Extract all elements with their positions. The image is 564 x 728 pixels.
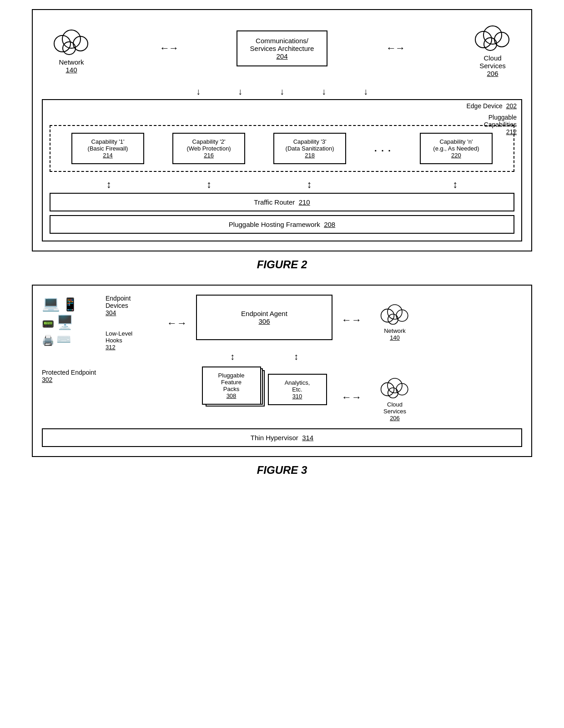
keyboard-icon: ⌨️ [56, 332, 71, 346]
network-cloud-fig2: Network 140 [42, 23, 101, 74]
page: Network 140 ←→ Communications/ Services … [9, 9, 555, 477]
arrows-down-to-caps: ↓ ↓ ↓ ↓ ↓ [177, 86, 387, 97]
cloud-services-label-fig3: Cloud Services 206 [383, 401, 406, 422]
capability-1-box: Capability '1' (Basic Firewall) 214 [71, 133, 144, 164]
fig2-top-row: Network 140 ←→ Communications/ Services … [42, 19, 522, 77]
svg-point-1 [62, 30, 81, 48]
device-icons: 💻 📱 📟 🖥️ 🖨️ ⌨️ [42, 295, 101, 346]
svg-point-5 [483, 26, 502, 44]
endpoint-labels: Endpoint Devices 304 Low-Level Hooks 312 [106, 295, 132, 351]
comms-box: Communications/ Services Architecture 20… [237, 30, 327, 66]
fig3-center-section: Endpoint Agent 306 ↕ ↕ [194, 295, 335, 405]
svg-point-9 [388, 305, 402, 319]
cloud-services-svg-fig2 [468, 19, 518, 53]
arrows-agent-to-sub: ↕ ↕ [201, 351, 328, 362]
arrow-down-3: ↓ [280, 86, 284, 97]
storage-icon: 🖨️ [42, 335, 54, 346]
bidir-arrow-2: ↕ [173, 179, 246, 191]
arrow-comms-cloud: ←→ [386, 42, 404, 54]
sub-boxes-row: Pluggable Feature Packs 308 Analytics, E… [202, 367, 327, 405]
arrow-to-network: ←→ [342, 299, 424, 341]
protected-endpoint-label: Protected Endpoint 302 [42, 369, 160, 383]
fig3-right-section: ←→ [342, 295, 424, 422]
bidir-arrow-4: ↕ [419, 179, 492, 191]
analytics-box: Analytics, Etc. 310 [268, 374, 327, 405]
network-label-fig3: Network 140 [384, 327, 406, 341]
figure3-container: 💻 📱 📟 🖥️ 🖨️ ⌨️ [32, 285, 532, 477]
network-cloud-svg-fig2 [46, 23, 96, 57]
arrow-down-5: ↓ [363, 86, 368, 97]
edge-device-label: Edge Device 202 [466, 102, 517, 110]
low-level-hooks-label: Low-Level Hooks 312 [106, 330, 132, 351]
network-label-fig2: Network 140 [59, 58, 84, 74]
bidir-arrow-1: ↕ [72, 179, 145, 191]
bidir-arrow-3: ↕ [273, 179, 346, 191]
arrow-devices-agent: ←→ [167, 295, 187, 329]
figure2-caption: FIGURE 2 [257, 258, 307, 271]
arrow-to-packs: ↕ [230, 351, 235, 362]
devices-row: 💻 📱 📟 🖥️ 🖨️ ⌨️ [42, 295, 160, 351]
pluggable-packs-stack: Pluggable Feature Packs 308 [202, 367, 261, 405]
thin-hypervisor-box: Thin Hypervisor 314 [42, 428, 522, 447]
pluggable-cap-label: Pluggable Capabilities 212 [484, 114, 517, 136]
arrow-down-4: ↓ [322, 86, 326, 97]
monitor-icon: 🖥️ [56, 314, 73, 330]
laptop-icon: 💻 [42, 295, 60, 312]
arrow-network-comms: ←→ [160, 42, 178, 54]
traffic-router-box: Traffic Router 210 [50, 193, 514, 211]
cloud-services-fig3: Cloud Services 206 [365, 373, 424, 422]
arrow-to-cloud: ←→ [342, 373, 424, 422]
arrow-down-1: ↓ [196, 86, 201, 97]
tablet-icon: 📱 [62, 297, 78, 312]
network-cloud-fig3: Network 140 [365, 299, 424, 341]
endpoint-devices-label: Endpoint Devices 304 [106, 295, 132, 316]
network-cloud-svg-fig3 [374, 299, 415, 326]
hosting-fw-box: Pluggable Hosting Framework 208 [50, 215, 514, 234]
capability-3-box: Capability '3' (Data Sanitization) 218 [273, 133, 346, 164]
ellipsis-caps: . . . [374, 143, 392, 154]
edge-device-box: Edge Device 202 Pluggable Capabilities 2… [42, 99, 522, 241]
endpoint-agent-box: Endpoint Agent 306 [196, 295, 332, 340]
capability-n-box: Capability 'n' (e.g., As Needed) 220 [420, 133, 493, 164]
svg-point-13 [388, 378, 402, 393]
capability-2-box: Capability '2' (Web Protection) 216 [172, 133, 245, 164]
figure3-caption: FIGURE 3 [257, 464, 307, 477]
phone-icon: 📟 [42, 318, 54, 330]
fig2-diagram: Network 140 ←→ Communications/ Services … [32, 9, 532, 251]
cloud-services-fig2: Cloud Services 206 [463, 19, 522, 77]
figure2-container: Network 140 ←→ Communications/ Services … [32, 9, 532, 271]
bidirectional-arrows-row: ↕ ↕ ↕ ↕ [50, 179, 514, 191]
arrow-down-2: ↓ [238, 86, 242, 97]
cloud-services-svg-fig3 [374, 373, 415, 400]
cloud-services-label-fig2: Cloud Services 206 [479, 54, 506, 77]
arrow-to-analytics: ↕ [294, 351, 298, 362]
pluggable-area: Capability '1' (Basic Firewall) 214 Capa… [50, 125, 514, 172]
fig3-diagram: 💻 📱 📟 🖥️ 🖨️ ⌨️ [32, 285, 532, 457]
fig3-left-section: 💻 📱 📟 🖥️ 🖨️ ⌨️ [42, 295, 160, 383]
pluggable-packs-box: Pluggable Feature Packs 308 [202, 367, 261, 405]
